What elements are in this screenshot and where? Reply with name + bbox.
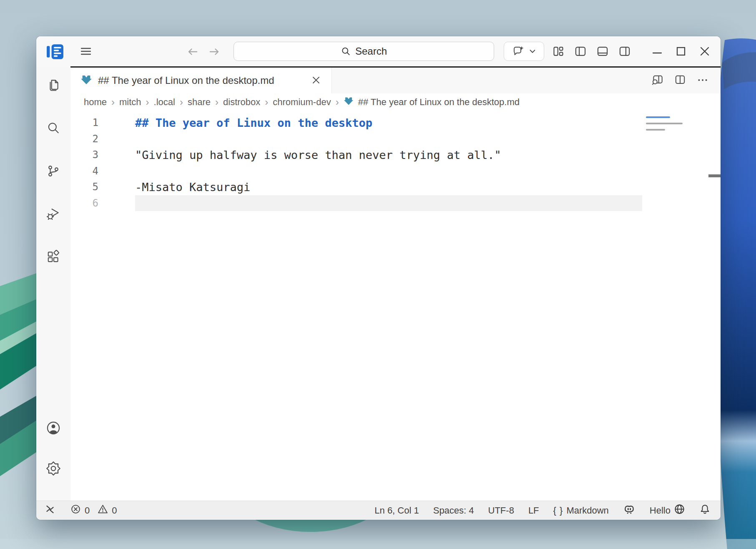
minimize-button[interactable] (648, 42, 666, 60)
notifications-button[interactable] (699, 504, 711, 517)
copilot-status[interactable] (623, 503, 635, 518)
code-text: "Giving up halfway is worse than never t… (135, 147, 642, 163)
breadcrumb-separator: › (336, 96, 339, 108)
error-circle-icon (70, 504, 81, 517)
globe-icon (674, 504, 685, 517)
tab-bar: ## The year of Linux on the desktop.md (70, 68, 721, 93)
remote-icon (45, 504, 55, 517)
open-preview-button[interactable] (650, 73, 666, 88)
accounts-button[interactable] (46, 421, 61, 437)
sidebar-item-run-debug[interactable] (46, 207, 60, 222)
breadcrumb-item[interactable]: chromium-dev (273, 97, 331, 108)
panel-bottom-icon (597, 45, 608, 57)
editor-group: ## The year of Linux on the desktop.md h… (70, 66, 721, 501)
cursor-position-status[interactable]: Ln 6, Col 1 (374, 505, 419, 516)
chevron-down-icon (529, 48, 536, 55)
indentation-status[interactable]: Spaces: 4 (433, 505, 474, 516)
close-button[interactable] (696, 42, 714, 60)
line-number: 6 (70, 197, 114, 209)
arrow-right-icon (208, 45, 221, 58)
profile-label: Hello (650, 505, 671, 516)
markdown-file-icon (80, 74, 92, 87)
sidebar-item-source-control[interactable] (46, 164, 60, 179)
code-text (135, 131, 642, 147)
eol-status[interactable]: LF (528, 505, 539, 516)
sidebar-item-explorer[interactable] (46, 78, 60, 93)
split-editor-icon (674, 74, 686, 88)
app-window: Search (36, 36, 721, 520)
source-control-icon (46, 164, 60, 179)
editor-line: 6 (70, 195, 721, 212)
layout-controls (552, 45, 631, 58)
breadcrumb-item[interactable]: home (84, 97, 107, 108)
breadcrumb-dirs: home›mitch›.local›share›distrobox›chromi… (84, 96, 339, 108)
sidebar-item-extensions[interactable] (46, 250, 60, 265)
minimap[interactable] (644, 116, 684, 207)
breadcrumb: home›mitch›.local›share›distrobox›chromi… (70, 93, 721, 111)
breadcrumb-item[interactable]: .local (154, 97, 175, 108)
warning-triangle-icon (98, 504, 108, 517)
breadcrumb-item[interactable]: mitch (119, 97, 141, 108)
split-editor-button[interactable] (672, 73, 688, 88)
activity-bar (36, 66, 70, 501)
tab-label: ## The year of Linux on the desktop.md (98, 75, 274, 86)
arrow-left-icon (186, 45, 199, 58)
activity-bar-bottom (46, 421, 61, 477)
customize-layout-icon (553, 45, 564, 57)
cursor-position-label: Ln 6, Col 1 (374, 505, 419, 516)
tab-markdown-file[interactable]: ## The year of Linux on the desktop.md (70, 68, 332, 93)
breadcrumb-item[interactable]: distrobox (223, 97, 260, 108)
line-number: 3 (70, 149, 114, 161)
breadcrumb-separator: › (215, 96, 219, 108)
toggle-primary-sidebar-button[interactable] (574, 45, 587, 58)
code-text (135, 195, 642, 212)
status-bar-left: 0 0 (45, 504, 117, 517)
sidebar-left-icon (575, 45, 586, 57)
encoding-status[interactable]: UTF-8 (488, 505, 514, 516)
breadcrumb-separator: › (111, 96, 115, 108)
search-input[interactable]: Search (234, 42, 494, 61)
files-icon (46, 78, 60, 93)
settings-button[interactable] (46, 461, 61, 477)
minimize-icon (652, 46, 663, 57)
maximize-button[interactable] (672, 42, 690, 60)
chat-sparkle-icon (512, 45, 525, 58)
language-status[interactable]: { }Markdown (553, 505, 609, 516)
editor-line: 2 (70, 131, 721, 147)
encoding-label: UTF-8 (488, 505, 514, 516)
line-number: 4 (70, 165, 114, 177)
back-button[interactable] (186, 45, 199, 58)
debug-icon (46, 207, 60, 222)
toggle-panel-button[interactable] (596, 45, 609, 58)
breadcrumb-item[interactable]: share (188, 97, 211, 108)
toggle-secondary-sidebar-button[interactable] (618, 45, 631, 58)
ellipsis-icon (696, 74, 709, 88)
minimap-line (646, 129, 665, 131)
main-area: ## The year of Linux on the desktop.md h… (36, 66, 721, 501)
remote-indicator[interactable] (45, 504, 55, 517)
editor-line: 5-Misato Katsuragi (70, 179, 721, 195)
warning-count: 0 (112, 505, 117, 516)
editor-line: 1## The year of Linux on the desktop (70, 115, 721, 131)
error-count: 0 (85, 505, 90, 516)
search-icon (46, 121, 60, 136)
code-text (135, 163, 642, 179)
code-text: ## The year of Linux on the desktop (135, 115, 642, 131)
editor[interactable]: 1## The year of Linux on the desktop23"G… (70, 111, 721, 501)
status-bar: 0 0 Ln 6, Col 1 Spaces: 4 UTF-8 LF { }Ma… (36, 501, 721, 520)
eol-label: LF (528, 505, 539, 516)
close-tab-button[interactable] (309, 73, 323, 88)
language-label: Markdown (566, 505, 608, 516)
forward-button[interactable] (208, 45, 221, 58)
problems-status[interactable]: 0 0 (70, 504, 117, 517)
menu-button[interactable] (80, 45, 92, 58)
customize-layout-button[interactable] (552, 45, 565, 58)
more-actions-button[interactable] (695, 73, 711, 88)
minimap-line (646, 123, 683, 124)
breadcrumb-file[interactable]: ## The year of Linux on the desktop.md (358, 97, 520, 108)
profile-status[interactable]: Hello (650, 504, 685, 517)
sidebar-item-search[interactable] (46, 121, 60, 136)
line-number: 5 (70, 181, 114, 193)
line-number: 2 (70, 133, 114, 145)
copilot-chat-button[interactable] (504, 42, 544, 61)
